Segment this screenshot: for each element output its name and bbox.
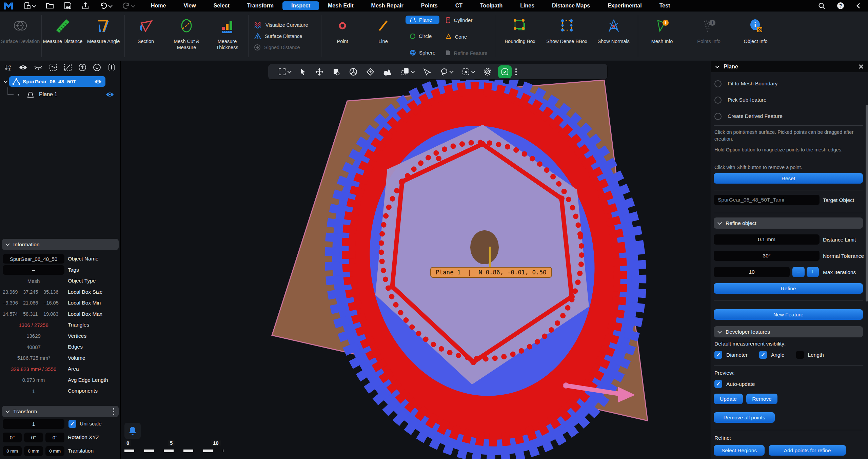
menu-transform[interactable]: Transform (238, 1, 282, 10)
deselect-all-button[interactable] (479, 64, 496, 80)
tree-item-root[interactable]: SpurGear_06_48_50T_ (0, 76, 120, 87)
transform-header[interactable]: Transform (2, 406, 119, 417)
refine-button[interactable]: Refine (714, 283, 863, 294)
reset-button[interactable]: Reset (714, 173, 863, 184)
flip-normal-button[interactable] (419, 64, 436, 80)
move-down-icon[interactable] (93, 63, 101, 71)
tool-mesh-cut-measure[interactable]: Mesh Cut & Measure (166, 12, 207, 61)
tool-mesh-info[interactable]: i Mesh Info (639, 12, 686, 61)
translation-y-input[interactable]: 0 mm (24, 446, 43, 456)
menu-experimental[interactable]: Experimental (599, 1, 650, 10)
length-checkbox[interactable]: ✓ (796, 351, 804, 359)
radio-icon[interactable] (714, 80, 722, 87)
open-file-button[interactable] (46, 2, 54, 9)
export-button[interactable] (82, 2, 89, 9)
transform-menu-kebab[interactable] (113, 408, 115, 415)
radio-icon[interactable] (714, 113, 722, 120)
tool-surface-distance[interactable]: Surface Distance (254, 33, 316, 40)
visibility-eye-icon[interactable] (105, 91, 114, 98)
panel-scrollbar[interactable] (866, 105, 868, 301)
menu-test[interactable]: Test (651, 1, 679, 10)
chevron-down-icon[interactable] (3, 79, 8, 83)
visibility-eye-icon[interactable] (94, 79, 102, 85)
rename-icon[interactable] (107, 63, 116, 71)
tool-plane[interactable]: Plane (406, 16, 439, 24)
iterations-decrement-button[interactable]: − (792, 267, 805, 277)
tool-show-normals[interactable]: Show Normals (590, 12, 637, 61)
move-up-icon[interactable] (78, 63, 86, 71)
search-icon[interactable] (818, 2, 825, 9)
new-feature-button[interactable]: New Feature (714, 309, 863, 320)
fit-view-button[interactable] (274, 64, 295, 80)
move-button[interactable] (311, 64, 328, 80)
tool-measure-angle[interactable]: Measure Angle (83, 12, 124, 61)
refine-object-header[interactable]: Refine object (714, 217, 863, 229)
menu-points[interactable]: Points (412, 1, 447, 10)
menu-inspect[interactable]: Inspect (282, 1, 319, 10)
deselect-icon[interactable] (64, 63, 72, 71)
add-points-for-refine-button[interactable]: Add points for refine (769, 445, 846, 456)
translation-z-input[interactable]: 0 mm (45, 446, 64, 456)
scale-input[interactable]: 1 (3, 419, 64, 429)
tool-section[interactable]: Section (125, 12, 166, 61)
box-select-button[interactable] (457, 64, 479, 80)
uniscale-checkbox[interactable]: ✓ (68, 420, 76, 428)
tool-cylinder[interactable]: Cylinder (441, 16, 491, 25)
distance-limit-input[interactable]: 0.1 mm (714, 234, 820, 245)
rotation-z-input[interactable]: 0° (45, 433, 64, 442)
add-vertex-button[interactable] (362, 64, 379, 80)
tool-refine-feature[interactable]: Refine Feature (441, 48, 491, 57)
gear-mesh-scene[interactable] (121, 61, 710, 459)
menu-distance-maps[interactable]: Distance Maps (543, 1, 599, 10)
diameter-checkbox[interactable]: ✓ (714, 351, 722, 359)
orbit-button[interactable] (345, 64, 362, 80)
collapse-ribbon-icon[interactable] (856, 3, 861, 9)
remove-all-points-button[interactable]: Remove all points (714, 412, 775, 423)
viewport-more-kebab[interactable] (514, 64, 518, 80)
developer-features-header[interactable]: Developer features (714, 326, 863, 337)
tool-sphere[interactable]: Sphere (406, 48, 439, 57)
tool-visualize-curvature[interactable]: Visualize Curvature (254, 22, 316, 28)
rotation-y-input[interactable]: 0° (24, 433, 43, 442)
save-button[interactable] (64, 2, 72, 9)
help-icon[interactable]: ? (837, 2, 844, 9)
angle-checkbox[interactable]: ✓ (759, 351, 767, 359)
radio-create-derived-feature[interactable]: Create Derived Feature (714, 111, 783, 121)
hide-all-eye-closed-icon[interactable] (34, 64, 43, 70)
tool-measure-distance[interactable]: Measure Distance (42, 12, 83, 61)
menu-mesh-edit[interactable]: Mesh Edit (319, 1, 362, 10)
viewport-3d[interactable]: Plane 1 | N 0.86, -0.01, 0.50 0 5 10 (121, 61, 710, 459)
primitives-button[interactable] (379, 64, 396, 80)
tool-surface-deviation[interactable]: Surface Deviation (0, 12, 41, 61)
tool-measure-thickness[interactable]: Measure Thickness (207, 12, 248, 61)
object-name-input[interactable]: SpurGear_06_48_50 (3, 254, 64, 264)
menu-view[interactable]: View (175, 1, 204, 10)
rotation-x-input[interactable]: 0° (3, 433, 22, 442)
menu-home[interactable]: Home (142, 1, 175, 10)
notification-bell-icon[interactable] (124, 423, 141, 439)
tool-signed-distance[interactable]: Signed Distance (254, 44, 316, 51)
select-cursor-button[interactable] (295, 64, 311, 80)
sort-icon[interactable]: AZ (4, 63, 12, 71)
tree-item-plane1[interactable]: Plane 1 (0, 90, 120, 99)
close-icon[interactable] (859, 64, 864, 69)
max-iterations-input[interactable]: 10 (714, 267, 790, 277)
menu-select[interactable]: Select (205, 1, 238, 10)
tool-point[interactable]: Point (322, 12, 363, 61)
duplicate-button[interactable] (396, 64, 419, 80)
radio-pick-sub-feature[interactable]: Pick Sub-feature (714, 95, 767, 105)
menu-lines[interactable]: Lines (511, 1, 543, 10)
normal-tolerance-input[interactable]: 30° (714, 251, 820, 261)
tool-cone[interactable]: Cone (441, 32, 491, 41)
auto-update-checkbox[interactable]: ✓ (714, 380, 722, 388)
remove-button[interactable]: Remove (746, 394, 777, 404)
select-regions-button[interactable]: Select Regions (714, 445, 765, 456)
update-button[interactable]: Update (714, 394, 743, 404)
tool-line[interactable]: Line (363, 12, 403, 61)
tool-circle[interactable]: Circle (406, 32, 439, 41)
menu-toolpath[interactable]: Toolpath (471, 1, 511, 10)
radio-fit-to-mesh-boundary[interactable]: Fit to Mesh Boundary (714, 79, 777, 88)
lasso-select-button[interactable] (436, 64, 457, 80)
redo-button[interactable] (122, 2, 135, 9)
menu-ct[interactable]: CT (447, 1, 471, 10)
